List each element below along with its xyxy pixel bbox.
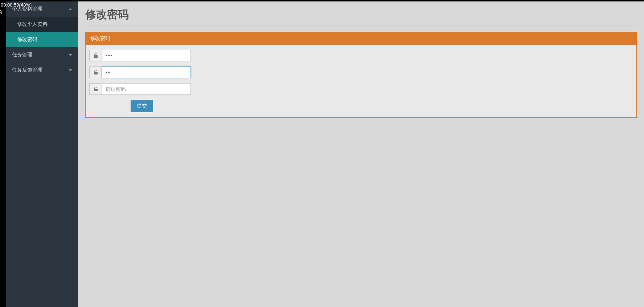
sidebar-item-change-password[interactable]: 修改密码 bbox=[6, 32, 78, 47]
sidebar: 个人资料管理 修改个人资料 修改密码 任务管理 任务反馈管理 bbox=[6, 1, 78, 307]
app-container: 个人资料管理 修改个人资料 修改密码 任务管理 任务反馈管理 修改密码 修改密码 bbox=[0, 1, 644, 307]
sidebar-item-label: 修改密码 bbox=[17, 36, 37, 42]
chevron-down-icon bbox=[69, 69, 72, 71]
chevron-up-icon bbox=[69, 8, 72, 10]
input-addon bbox=[89, 50, 102, 61]
sidebar-group-label: 任务反馈管理 bbox=[12, 67, 42, 73]
panel-header: 修改密码 bbox=[86, 32, 636, 45]
panel-body: 提交 bbox=[86, 45, 636, 117]
lock-icon bbox=[94, 87, 98, 91]
recording-timestamp: 00:00:59(48%) bbox=[1, 2, 32, 8]
sidebar-group-label: 任务管理 bbox=[12, 52, 32, 58]
input-addon bbox=[89, 66, 102, 78]
chevron-down-icon bbox=[69, 54, 72, 56]
new-password-input[interactable] bbox=[102, 66, 191, 78]
confirm-password-group bbox=[89, 83, 191, 95]
confirm-password-input[interactable] bbox=[102, 83, 191, 95]
input-addon bbox=[89, 83, 102, 95]
lock-icon bbox=[94, 70, 98, 74]
sidebar-item-label: 修改个人资料 bbox=[17, 21, 48, 27]
sidebar-item-edit-profile[interactable]: 修改个人资料 bbox=[6, 17, 78, 32]
main-content: 修改密码 修改密码 bbox=[78, 1, 644, 307]
lock-icon bbox=[94, 53, 98, 58]
submit-row: 提交 bbox=[89, 100, 633, 112]
sidebar-group-task-feedback[interactable]: 任务反馈管理 bbox=[6, 62, 78, 78]
page-title: 修改密码 bbox=[85, 7, 637, 22]
old-password-group bbox=[89, 50, 191, 61]
title-divider bbox=[85, 25, 637, 25]
change-password-panel: 修改密码 bbox=[85, 32, 637, 118]
old-password-input[interactable] bbox=[102, 50, 191, 61]
submit-button[interactable]: 提交 bbox=[131, 100, 153, 112]
new-password-group bbox=[89, 66, 191, 78]
sidebar-group-tasks[interactable]: 任务管理 bbox=[6, 47, 78, 62]
edge-glyph: ş bbox=[0, 8, 3, 14]
